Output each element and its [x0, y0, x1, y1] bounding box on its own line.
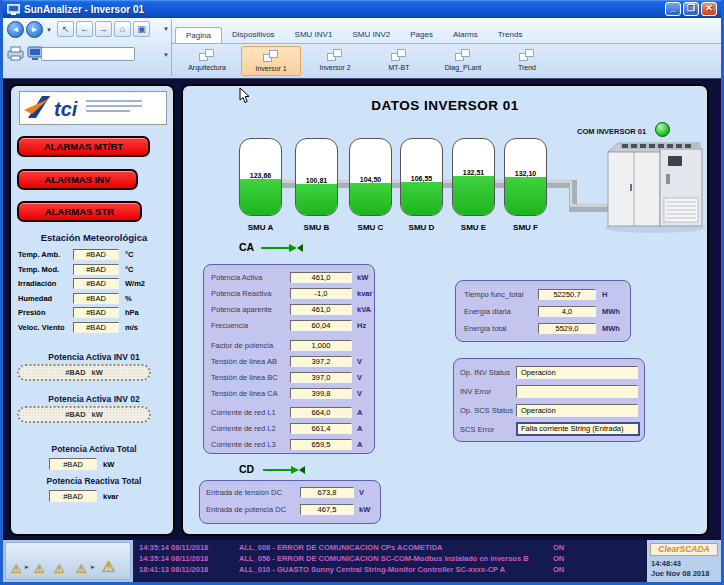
- smu-a-value-wrap: 123,66: [239, 138, 282, 216]
- tab-smu-inv1[interactable]: SMU INV1: [285, 27, 343, 44]
- weather-unit: m/s: [125, 323, 138, 332]
- tab-alarms[interactable]: Alarms: [443, 27, 488, 44]
- status-value: Falla corriente String (Entrada): [516, 422, 640, 436]
- alarm-state: ON: [553, 554, 564, 563]
- weather-value: #BAD: [73, 307, 119, 318]
- ca-unit: kvar: [357, 289, 372, 298]
- clearscada-logo: ClearSCADA: [650, 543, 718, 556]
- page-inversor-1[interactable]: Inversor 1: [241, 46, 301, 76]
- pa-inv1-trend-button[interactable]: #BAD kW: [17, 364, 151, 381]
- ca-value: 1,000: [290, 340, 352, 351]
- ribbon-dropdown-icon[interactable]: ▼: [163, 52, 169, 58]
- ca-label: Tensión de linea CA: [211, 389, 278, 398]
- new-window-button[interactable]: ▣: [133, 21, 150, 37]
- smu-c-label: SMU C: [349, 223, 392, 232]
- page-label: MT-BT: [389, 64, 410, 71]
- address-input[interactable]: [41, 47, 135, 61]
- energy-unit: H: [602, 290, 607, 299]
- toolbar-divider: [171, 20, 172, 76]
- ca-value: 461,0: [290, 304, 352, 315]
- page-label: Inversor 1: [255, 65, 286, 72]
- page-trend[interactable]: Trend: [497, 46, 557, 76]
- pr-total-value: #BAD: [49, 490, 97, 502]
- small-arrow-icon[interactable]: ▸: [91, 563, 95, 571]
- page-shortcut-bar: Arquitectura Inversor 1 Inversor 2 MT-BT…: [177, 46, 557, 76]
- weather-label: Humedad: [18, 294, 52, 303]
- ca-value: 664,0: [290, 407, 352, 418]
- tab-pagina[interactable]: Pagina: [175, 27, 222, 44]
- status-label: INV Error: [460, 387, 491, 396]
- weather-value: #BAD: [73, 322, 119, 333]
- ca-value: 397,0: [290, 372, 352, 383]
- tab-pages[interactable]: Pages: [400, 27, 443, 44]
- weather-label: Temp. Mod.: [18, 265, 59, 274]
- tab-smu-inv2[interactable]: SMU INV2: [342, 27, 400, 44]
- status-bar: ⚠ ▸ ⚠ ⚠ ⚠ ▸ ⚠ 14:35:14 08/11/2018 ALL_00…: [3, 540, 721, 582]
- alarm-banner-icon[interactable]: ⚠: [102, 558, 115, 576]
- ca-unit: A: [357, 440, 362, 449]
- print-icon[interactable]: [7, 46, 24, 61]
- smu-a-value: 123,66: [239, 172, 282, 179]
- alarmas-inv-button[interactable]: ALARMAS INV: [17, 169, 138, 190]
- page-diag-plant[interactable]: Diag_PLant: [433, 46, 493, 76]
- restore-button[interactable]: ❐: [683, 2, 699, 16]
- ca-unit: V: [357, 357, 362, 366]
- close-button[interactable]: ✕: [701, 2, 717, 16]
- tab-trends[interactable]: Trends: [488, 27, 533, 44]
- minimize-button[interactable]: _: [665, 2, 681, 16]
- forward-button[interactable]: ►: [26, 21, 43, 38]
- alarm-state: ON: [553, 565, 564, 574]
- alarmas-mtbt-button[interactable]: ALARMAS MT/BT: [17, 136, 150, 157]
- ca-value: 397,2: [290, 356, 352, 367]
- ca-unit: V: [357, 389, 362, 398]
- status-table: Op. INV Status Operación INV Error Op. S…: [453, 358, 645, 442]
- alarm-row[interactable]: 14:35:14 08/11/2018 ALL_056 - ERROR DE C…: [133, 554, 647, 564]
- alarm-time: 14:35:14 08/11/2018: [139, 554, 208, 563]
- pan-left-button[interactable]: ←: [76, 21, 93, 37]
- alarm-ack-icon[interactable]: ⚠: [34, 562, 45, 576]
- weather-value: #BAD: [73, 278, 119, 289]
- ca-row: Corriente de red L2 661,4 A: [204, 422, 374, 438]
- alarm-bell-icon[interactable]: ⚠: [76, 562, 87, 576]
- ca-label: Potencia Activa: [211, 273, 262, 282]
- home-button[interactable]: ⌂: [114, 21, 131, 37]
- weather-unit: °C: [125, 265, 133, 274]
- ca-value: 399,8: [290, 388, 352, 399]
- cd-row: Entrada de potencia DC 467,5 kW: [200, 503, 380, 520]
- ca-label: Tensión de linea AB: [211, 357, 277, 366]
- pr-total-unit: kvar: [103, 492, 118, 501]
- pa-total-unit: kW: [103, 460, 114, 469]
- weather-label: Presión: [18, 308, 46, 317]
- pa-inv2-trend-button[interactable]: #BAD kW: [17, 406, 151, 423]
- page-label: Inversor 2: [319, 64, 350, 71]
- select-tool-button[interactable]: ↖: [57, 21, 74, 37]
- cd-label: Entrada de potencia DC: [206, 505, 286, 514]
- energy-label: Tiempo func_total: [464, 290, 523, 299]
- status-value: Operación: [516, 366, 638, 379]
- status-label: SCS Error: [460, 425, 494, 434]
- page-mt-bt[interactable]: MT-BT: [369, 46, 429, 76]
- page-arquitectura[interactable]: Arquitectura: [177, 46, 237, 76]
- alarm-state: ON: [553, 543, 564, 552]
- energy-row: Energía total 5529,0 MWh: [456, 322, 630, 339]
- pr-total-title: Potencia Reactiva Total: [11, 476, 177, 486]
- alarm-row[interactable]: 14:35:14 08/11/2018 ALL_008 - ERROR DE C…: [133, 543, 647, 553]
- pan-right-button[interactable]: →: [95, 21, 112, 37]
- smu-d-value: 106,55: [400, 175, 443, 182]
- pa-inv1-title: Potencia Activa INV 01: [11, 352, 177, 362]
- tab-underline: [171, 43, 721, 44]
- tab-dispositivos[interactable]: Dispositivos: [222, 27, 285, 44]
- smu-a-label: SMU A: [239, 223, 282, 232]
- back-button[interactable]: ◄: [7, 21, 24, 38]
- nav-dropdown-icon[interactable]: ▼: [46, 27, 52, 33]
- page-inversor-2[interactable]: Inversor 2: [305, 46, 365, 76]
- alarm-row[interactable]: 18:41:13 08/11/2018 ALL_010 - GUASTO Sun…: [133, 565, 647, 575]
- cd-value: 673,8: [300, 487, 354, 498]
- weather-label: Veloc. Viento: [18, 323, 65, 332]
- alarm-warning-icon[interactable]: ⚠: [11, 562, 22, 576]
- small-arrow-icon[interactable]: ▸: [25, 563, 29, 571]
- clock-date: Jue Nov 08 2018: [651, 569, 709, 578]
- alarm-page-icon[interactable]: ⚠: [54, 562, 65, 576]
- tabstrip-dropdown-icon[interactable]: ▼: [163, 26, 169, 32]
- alarmas-str-button[interactable]: ALARMAS STR: [17, 201, 142, 222]
